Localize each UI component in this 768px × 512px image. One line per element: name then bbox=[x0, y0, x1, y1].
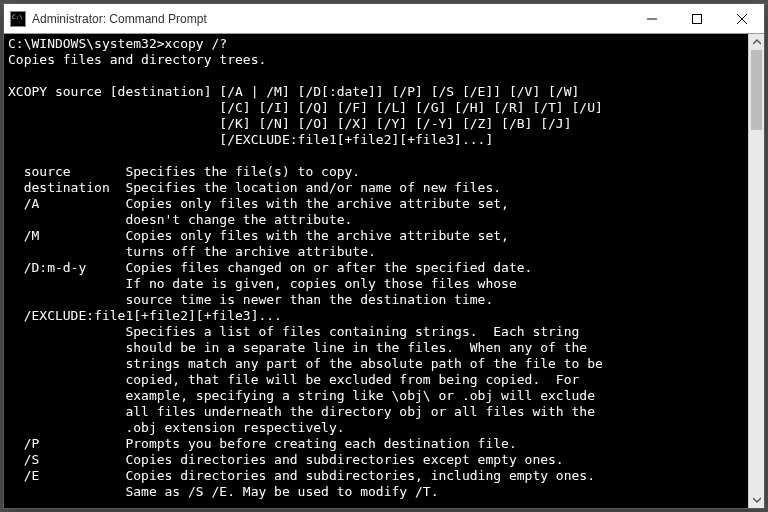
maximize-icon bbox=[692, 14, 702, 24]
terminal-output[interactable]: C:\WINDOWS\system32>xcopy /? Copies file… bbox=[4, 34, 748, 508]
minimize-icon bbox=[647, 14, 657, 24]
scroll-up-button[interactable] bbox=[749, 34, 764, 50]
window-title: Administrator: Command Prompt bbox=[32, 12, 629, 26]
chevron-down-icon bbox=[753, 496, 761, 504]
close-icon bbox=[737, 14, 747, 24]
svg-rect-1 bbox=[692, 14, 701, 23]
maximize-button[interactable] bbox=[674, 4, 719, 33]
cmd-icon bbox=[10, 11, 26, 27]
titlebar[interactable]: Administrator: Command Prompt bbox=[4, 4, 764, 34]
scroll-track[interactable] bbox=[749, 50, 764, 492]
window-controls bbox=[629, 4, 764, 33]
scroll-down-button[interactable] bbox=[749, 492, 764, 508]
scrollbar[interactable] bbox=[748, 34, 764, 508]
scroll-thumb[interactable] bbox=[751, 50, 762, 130]
terminal-area: C:\WINDOWS\system32>xcopy /? Copies file… bbox=[4, 34, 764, 508]
close-button[interactable] bbox=[719, 4, 764, 33]
chevron-up-icon bbox=[753, 38, 761, 46]
minimize-button[interactable] bbox=[629, 4, 674, 33]
command-prompt-window: Administrator: Command Prompt C:\WINDOWS… bbox=[3, 3, 765, 509]
